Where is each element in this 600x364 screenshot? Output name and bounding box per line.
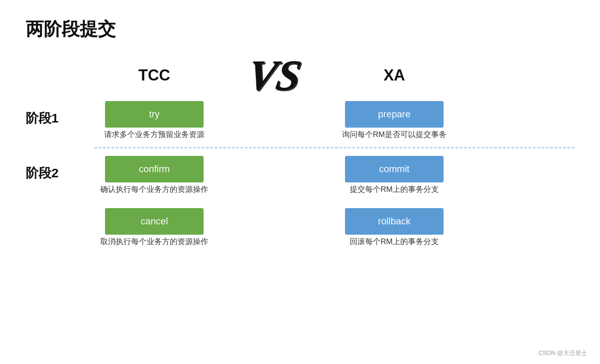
section-divider: [94, 147, 574, 148]
tcc-confirm-button: confirm: [105, 156, 204, 182]
xa-header: XA: [334, 66, 454, 84]
phase1-area: 阶段1 try 请求多个业务方预留业务资源 prepare 询问每个RM是否可以…: [26, 101, 574, 140]
tcc-try-desc: 请求多个业务方预留业务资源: [104, 129, 204, 140]
tcc-cancel-desc: 取消执行每个业务方的资源操作: [100, 236, 208, 247]
page-container: 两阶段提交 TCC VS XA 阶段1 try 请求多个业务方预留业务资源: [0, 0, 600, 364]
tcc-phase2-column: confirm 确认执行每个业务方的资源操作 cancel 取消执行每个业务方的…: [94, 156, 214, 247]
xa-phase1-column: prepare 询问每个RM是否可以提交事务: [334, 101, 454, 140]
phase2-area: 阶段2 confirm 确认执行每个业务方的资源操作 cancel 取消执行每个…: [26, 156, 574, 247]
tcc-confirm-block: confirm 确认执行每个业务方的资源操作: [100, 156, 208, 194]
phase1-content: try 请求多个业务方预留业务资源 prepare 询问每个RM是否可以提交事务: [94, 101, 574, 140]
vs-column: VS: [214, 54, 334, 97]
phase1-label: 阶段1: [26, 101, 94, 127]
tcc-try-button: try: [105, 101, 204, 128]
xa-phase2-column: commit 提交每个RM上的事务分支 rollback 回滚每个RM上的事务分…: [334, 156, 454, 247]
watermark: CSDN @大迁居士: [538, 349, 587, 357]
tcc-confirm-desc: 确认执行每个业务方的资源操作: [100, 184, 208, 194]
tcc-header: TCC: [94, 66, 214, 84]
page-title: 两阶段提交: [26, 17, 574, 41]
tcc-try-block: try 请求多个业务方预留业务资源: [104, 101, 204, 140]
xa-prepare-block: prepare 询问每个RM是否可以提交事务: [342, 101, 447, 140]
tcc-cancel-block: cancel 取消执行每个业务方的资源操作: [100, 208, 208, 247]
tcc-phase1-column: try 请求多个业务方预留业务资源: [94, 101, 214, 140]
phase2-content: confirm 确认执行每个业务方的资源操作 cancel 取消执行每个业务方的…: [94, 156, 574, 247]
xa-rollback-block: rollback 回滚每个RM上的事务分支: [345, 208, 444, 247]
xa-rollback-desc: 回滚每个RM上的事务分支: [350, 236, 439, 247]
xa-commit-desc: 提交每个RM上的事务分支: [350, 184, 439, 194]
xa-commit-block: commit 提交每个RM上的事务分支: [345, 156, 444, 194]
xa-prepare-button: prepare: [345, 101, 444, 128]
phase2-label: 阶段2: [26, 156, 94, 182]
xa-prepare-desc: 询问每个RM是否可以提交事务: [342, 129, 447, 140]
vs-text: VS: [244, 54, 304, 97]
tcc-cancel-button: cancel: [105, 208, 204, 235]
xa-commit-button: commit: [345, 156, 444, 182]
tcc-label: TCC: [138, 66, 170, 84]
xa-label: XA: [384, 66, 405, 84]
xa-rollback-button: rollback: [345, 208, 444, 235]
header-row: TCC VS XA: [26, 54, 574, 97]
